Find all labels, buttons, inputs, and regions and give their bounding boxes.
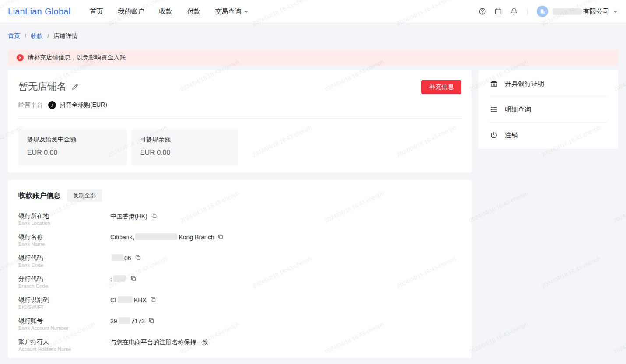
- value-text: 06: [124, 254, 131, 262]
- row-sublabel: Bank Location: [18, 220, 110, 226]
- lianlian-global-logo[interactable]: LianLian Global: [8, 7, 71, 17]
- nav-transaction-query-label: 交易查询: [215, 7, 242, 16]
- nav-transaction-query[interactable]: 交易查询: [215, 7, 249, 16]
- bank-icon: [489, 79, 498, 88]
- account-menu[interactable]: 有限公司: [537, 6, 618, 17]
- breadcrumb-separator: /: [25, 33, 26, 40]
- value-text: Citibank,: [110, 233, 134, 241]
- copy-icon[interactable]: [135, 255, 141, 261]
- action-bank-certificate[interactable]: 开具银行证明: [478, 71, 618, 96]
- store-summary-card: 暂无店铺名 补充信息 经营平台 ♪ 抖音全球购(EUR) 提现及监测中金额 EU…: [8, 70, 472, 172]
- breadcrumb-home[interactable]: 首页: [8, 32, 20, 40]
- receiving-account-card: 收款账户信息 复制全部 银行所在地 Bank Location 中国香港(HK): [8, 180, 472, 358]
- account-info-title: 收款账户信息: [18, 191, 60, 200]
- redacted-segment: [135, 233, 177, 240]
- copy-icon[interactable]: [148, 318, 155, 324]
- withdrawable-balance-card: 可提现余额 EUR 0.00: [131, 129, 238, 165]
- redacted-segment: [118, 296, 133, 303]
- branch-code-row: 分行代码 Branch Code :: [18, 275, 461, 289]
- row-sublabel: Bank Code: [18, 262, 110, 268]
- copy-all-button[interactable]: 复制全部: [67, 189, 102, 202]
- action-deregister[interactable]: 注销: [478, 122, 618, 148]
- account-holder-row: 账户持有人 Account Holder's Name 与您在电商平台的注册名称…: [18, 338, 461, 352]
- left-column: 暂无店铺名 补充信息 经营平台 ♪ 抖音全球购(EUR) 提现及监测中金额 EU…: [8, 70, 472, 358]
- value-text: 39: [110, 317, 117, 325]
- withdrawing-balance-value: EUR 0.00: [27, 149, 118, 157]
- copy-icon[interactable]: [151, 213, 157, 219]
- row-label: 银行所在地: [18, 212, 110, 220]
- row-sublabel: Account Holder's Name: [18, 346, 110, 352]
- breadcrumb-receive[interactable]: 收款: [31, 32, 43, 40]
- store-info-alert: 请补充店铺信息，以免影响资金入账: [8, 49, 618, 66]
- row-sublabel: Bank Name: [18, 242, 110, 247]
- action-detail-query[interactable]: 明细查询: [478, 97, 618, 122]
- value-text: Kong Branch: [179, 233, 214, 241]
- error-circle-icon: [17, 54, 24, 61]
- copy-icon[interactable]: [130, 276, 137, 282]
- account-holder-value: 与您在电商平台的注册名称保持一致: [110, 338, 208, 352]
- header-right-tools: 有限公司: [478, 6, 618, 17]
- alert-message: 请补充店铺信息，以免影响资金入账: [28, 54, 126, 62]
- withdrawing-balance-card: 提现及监测中金额 EUR 0.00: [18, 129, 127, 165]
- chevron-down-icon: [244, 9, 249, 14]
- bank-account-number-row: 银行账号 Bank Account Number 39 7173: [18, 317, 461, 331]
- account-info-rows: 银行所在地 Bank Location 中国香港(HK) 银行名称 Bank N…: [18, 212, 461, 352]
- platform-label: 经营平台: [18, 101, 43, 109]
- list-icon: [489, 105, 498, 114]
- row-label: 分行代码: [18, 275, 110, 283]
- nav-receive[interactable]: 收款: [159, 7, 172, 16]
- calendar-icon[interactable]: [494, 7, 502, 16]
- store-name: 暂无店铺名: [18, 80, 67, 93]
- bell-icon[interactable]: [510, 7, 518, 16]
- value-text: 7173: [131, 317, 145, 325]
- tiktok-icon: ♪: [48, 101, 56, 109]
- company-name-suffix: 有限公司: [583, 7, 609, 16]
- platform-name: 抖音全球购(EUR): [60, 101, 107, 109]
- nav-home[interactable]: 首页: [90, 7, 103, 16]
- supplement-info-button[interactable]: 补充信息: [421, 80, 461, 94]
- breadcrumb: 首页 / 收款 / 店铺详情: [0, 23, 626, 41]
- main-nav: 首页 我的账户 收款 付款 交易查询: [90, 7, 249, 16]
- power-icon: [489, 131, 498, 140]
- nav-pay[interactable]: 付款: [187, 7, 200, 16]
- bank-name-value: Citibank, Kong Branch: [110, 233, 224, 247]
- branch-code-value: :: [110, 275, 137, 289]
- value-text: 中国香港(HK): [110, 212, 148, 220]
- bank-location-row: 银行所在地 Bank Location 中国香港(HK): [18, 212, 461, 226]
- edit-store-name-icon[interactable]: [71, 83, 79, 91]
- bank-account-number-value: 39 7173: [110, 317, 155, 331]
- row-sublabel: Bank Account Number: [18, 326, 110, 331]
- company-name-redacted: [553, 8, 582, 15]
- bank-location-value: 中国香港(HK): [110, 212, 157, 226]
- bic-swift-value: CI KHX: [110, 296, 156, 310]
- row-sublabel: BIC/SWIFT: [18, 304, 110, 310]
- withdrawing-balance-label: 提现及监测中金额: [27, 136, 118, 144]
- action-deregister-label: 注销: [505, 131, 518, 140]
- copy-icon[interactable]: [150, 297, 156, 303]
- nav-my-account[interactable]: 我的账户: [118, 7, 144, 16]
- help-icon[interactable]: [478, 7, 486, 16]
- store-card-divider: [18, 118, 461, 119]
- value-text: KHX: [134, 296, 147, 304]
- row-sublabel: Branch Code: [18, 284, 110, 289]
- row-label: 银行账号: [18, 317, 110, 325]
- action-detail-query-label: 明细查询: [505, 105, 531, 114]
- row-label: 银行识别码: [18, 296, 110, 304]
- copy-icon[interactable]: [218, 234, 224, 240]
- withdrawable-balance-value: EUR 0.00: [140, 149, 229, 157]
- header-divider: [527, 8, 528, 15]
- value-text: CI: [110, 296, 116, 304]
- main-content: 暂无店铺名 补充信息 经营平台 ♪ 抖音全球购(EUR) 提现及监测中金额 EU…: [0, 70, 626, 358]
- row-label: 银行名称: [18, 233, 110, 241]
- breadcrumb-current-page: 店铺详情: [53, 32, 78, 40]
- company-avatar: [537, 6, 548, 17]
- action-bank-certificate-label: 开具银行证明: [505, 80, 544, 88]
- bank-code-value: 06: [110, 254, 141, 268]
- withdrawable-balance-label: 可提现余额: [140, 136, 229, 144]
- bank-name-row: 银行名称 Bank Name Citibank, Kong Branch: [18, 233, 461, 247]
- redacted-segment: [112, 254, 123, 261]
- bank-code-row: 银行代码 Bank Code 06: [18, 254, 461, 268]
- top-navigation-bar: LianLian Global 首页 我的账户 收款 付款 交易查询: [0, 0, 626, 23]
- chevron-down-icon: [613, 9, 618, 14]
- side-actions-card: 开具银行证明 明细查询 注销: [478, 70, 618, 149]
